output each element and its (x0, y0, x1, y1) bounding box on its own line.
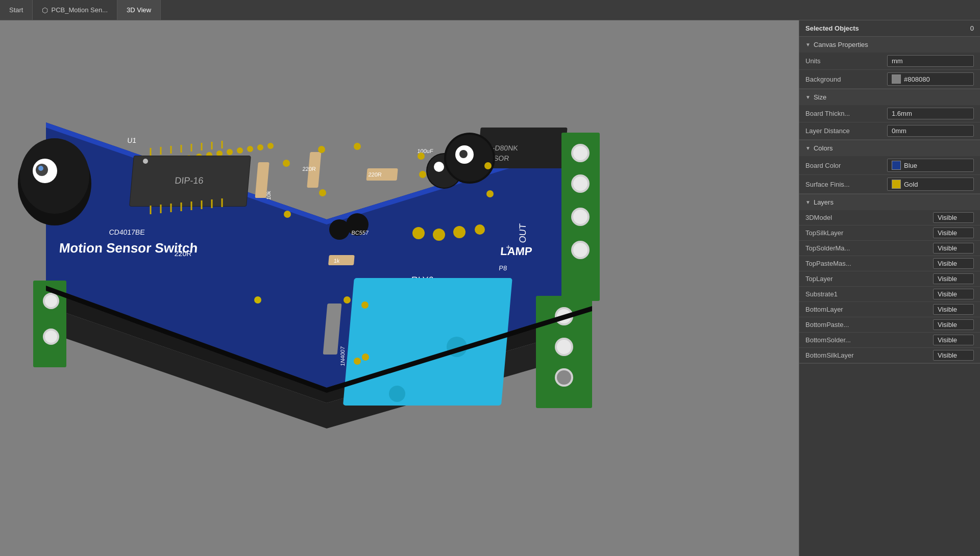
layer-value[interactable]: Visible (933, 228, 974, 238)
background-hex: #808080 (904, 75, 930, 83)
svg-point-18 (267, 143, 274, 149)
canvas-properties-label: Canvas Properties (814, 41, 868, 48)
background-label: Background (805, 75, 883, 83)
svg-point-118 (362, 353, 369, 361)
svg-rect-53 (328, 255, 355, 265)
board-thickness-value[interactable]: 1.6mm (887, 108, 974, 119)
layer-distance-label: Layer Distance (805, 127, 883, 135)
svg-text:BC557: BC557 (351, 230, 369, 236)
layer-label: TopSolderMa... (805, 244, 929, 252)
svg-text:220R: 220R (302, 166, 316, 172)
tab-3dview-label: 3D View (127, 6, 151, 14)
layer-distance-row: Layer Distance 0mm (799, 122, 980, 140)
svg-text:CD4017BE: CD4017BE (109, 228, 145, 236)
svg-point-17 (257, 144, 263, 150)
board-color-value[interactable]: Blue (887, 159, 974, 172)
svg-point-114 (475, 224, 485, 235)
board-color-label: Board Color (805, 162, 883, 169)
layer-row-substrate1: Substrate1 Visible (799, 287, 980, 302)
layer-value[interactable]: Visible (933, 304, 974, 315)
size-label: Size (814, 93, 826, 101)
svg-point-52 (329, 219, 350, 240)
colors-title[interactable]: ▼ Colors (799, 140, 980, 156)
units-label: Units (805, 57, 883, 65)
layer-row-bottomsolder: BottomSolder... Visible (799, 333, 980, 348)
layer-label: 3DModel (805, 214, 929, 221)
svg-point-73 (389, 386, 405, 402)
layer-value[interactable]: Visible (933, 243, 974, 254)
svg-point-78 (573, 146, 587, 160)
tab-start[interactable]: Start (0, 0, 33, 20)
canvas-properties-title[interactable]: ▼ Canvas Properties (799, 37, 980, 53)
layer-row-toppastemas: TopPasteMas... Visible (799, 256, 980, 271)
board-thickness-row: Board Thickn... 1.6mm (799, 105, 980, 122)
background-value[interactable]: #808080 (887, 72, 974, 86)
surface-finish-text: Gold (904, 181, 918, 188)
svg-text:1k: 1k (333, 258, 340, 264)
selected-objects-header: Selected Objects 0 (799, 20, 980, 37)
layer-row-topsolderma: TopSolderMa... Visible (799, 241, 980, 256)
svg-point-82 (573, 210, 587, 224)
svg-point-65 (459, 150, 468, 158)
board-color-row: Board Color Blue (799, 156, 980, 175)
svg-point-80 (573, 176, 587, 191)
tab-bar: Start ⬡ PCB_Motion Sen... 3D View (0, 0, 980, 20)
board-color-text: Blue (904, 162, 917, 169)
pcb-svg: DIP-16 (0, 20, 602, 556)
layer-value[interactable]: Visible (933, 335, 974, 345)
section-size: ▼ Size Board Thickn... 1.6mm Layer Dista… (799, 89, 980, 140)
layers-title[interactable]: ▼ Layers (799, 194, 980, 210)
layer-value[interactable]: Visible (933, 319, 974, 330)
svg-point-91 (557, 370, 571, 385)
background-row: Background #808080 (799, 70, 980, 89)
layer-label: BottomSolder... (805, 336, 929, 344)
svg-point-116 (361, 301, 369, 309)
svg-point-104 (318, 146, 325, 153)
svg-point-103 (284, 211, 291, 218)
tab-pcb[interactable]: ⬡ PCB_Motion Sen... (33, 0, 117, 20)
svg-point-16 (247, 146, 253, 152)
layer-distance-value[interactable]: 0mm (887, 125, 974, 137)
svg-point-22 (143, 159, 148, 164)
layer-label: TopLayer (805, 275, 929, 283)
layer-row-bottomsilklayer: BottomSilkLayer Visible (799, 348, 980, 363)
size-arrow: ▼ (805, 94, 811, 100)
layers-label: Layers (814, 198, 834, 206)
layer-label: BottomPaste... (805, 321, 929, 328)
surface-finish-value[interactable]: Gold (887, 178, 974, 191)
svg-point-108 (419, 171, 426, 178)
board-thickness-label: Board Thickn... (805, 110, 883, 117)
svg-point-94 (45, 295, 57, 307)
layer-label: BottomLayer (805, 306, 929, 313)
svg-point-109 (484, 162, 492, 169)
section-layers: ▼ Layers 3DModel Visible TopSilkLayer Vi… (799, 194, 980, 364)
layers-container: 3DModel Visible TopSilkLayer Visible Top… (799, 210, 980, 363)
svg-point-115 (344, 296, 351, 304)
section-canvas-properties: ▼ Canvas Properties Units mm Background … (799, 37, 980, 89)
svg-text:U1: U1 (127, 136, 137, 144)
layer-value[interactable]: Visible (933, 273, 974, 284)
svg-point-14 (227, 149, 233, 155)
size-title[interactable]: ▼ Size (799, 89, 980, 105)
svg-point-101 (38, 166, 43, 171)
layer-row-toplayer: TopLayer Visible (799, 271, 980, 287)
layer-row-bottomlayer: BottomLayer Visible (799, 302, 980, 317)
viewport-3d[interactable]: DIP-16 (0, 20, 799, 556)
pcb-scene: DIP-16 (0, 20, 799, 556)
selected-objects-label: Selected Objects (805, 24, 859, 32)
svg-point-113 (453, 226, 465, 238)
pcb-icon: ⬡ (42, 6, 48, 14)
layer-value[interactable]: Visible (933, 350, 974, 361)
colors-label: Colors (814, 144, 833, 152)
layer-value[interactable]: Visible (933, 258, 974, 269)
units-value[interactable]: mm (887, 55, 974, 67)
svg-point-105 (319, 189, 326, 196)
svg-point-112 (433, 229, 445, 241)
layer-value[interactable]: Visible (933, 289, 974, 299)
svg-point-96 (45, 331, 57, 343)
svg-point-110 (486, 190, 494, 197)
layer-value[interactable]: Visible (933, 212, 974, 223)
background-swatch (892, 74, 901, 84)
units-row: Units mm (799, 53, 980, 70)
tab-3dview[interactable]: 3D View (117, 0, 161, 20)
